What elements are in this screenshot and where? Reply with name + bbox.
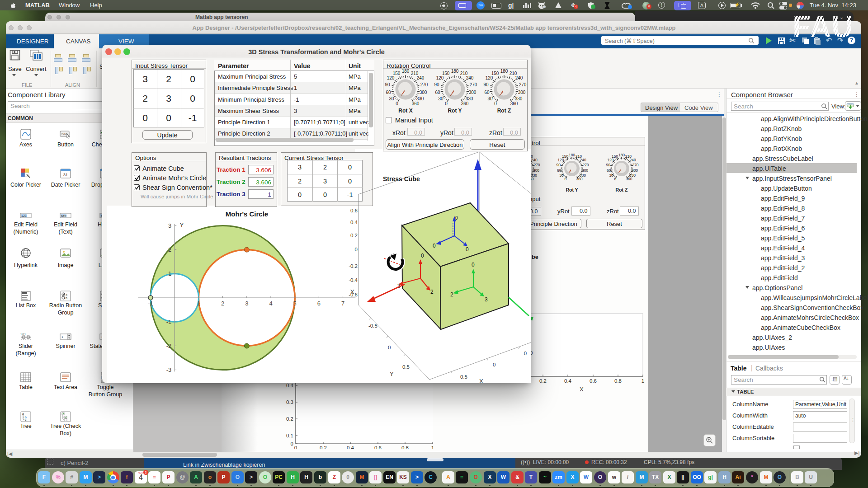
svg-text:0: 0 [445,101,448,106]
svg-text:0.1: 0.1 [286,433,293,438]
svg-text:b: b [66,296,67,300]
svg-text:3: 3 [168,222,171,229]
svg-text:360: 360 [576,177,582,181]
svg-text:30: 30 [609,173,613,178]
svg-text:30: 30 [559,173,564,178]
svg-text:0: 0 [396,101,398,106]
svg-text:1: 1 [431,445,434,449]
svg-text:150: 150 [562,154,568,159]
svg-text:0: 0 [614,177,617,181]
svg-text:1: 1 [168,270,171,277]
svg-text:120: 120 [436,75,444,80]
svg-text:120: 120 [486,75,493,80]
svg-text:1: 1 [61,335,63,338]
svg-text:0.2: 0.2 [320,445,327,449]
svg-text:90: 90 [483,82,489,87]
svg-text:270: 270 [632,163,638,167]
svg-text:-0: -0 [522,351,527,356]
svg-text:270: 270 [582,163,589,167]
svg-text:90: 90 [385,82,390,87]
svg-text:a: a [66,293,67,296]
svg-text:4: 4 [269,300,272,307]
svg-text:0.2: 0.2 [286,416,293,422]
svg-text:Y: Y [179,221,184,229]
svg-text:-1: -1 [148,300,153,307]
svg-text:-0.4: -0.4 [349,277,358,283]
svg-text:150: 150 [612,154,618,159]
svg-text:180: 180 [500,69,508,74]
svg-text:120: 120 [387,75,395,80]
svg-text:1'0'1: 1'0'1 [20,333,26,336]
svg-text:0: 0 [494,101,497,106]
svg-text:X: X [479,378,483,383]
svg-text:6: 6 [317,300,321,307]
svg-text:330: 330 [466,96,473,101]
svg-text:330: 330 [416,96,424,101]
svg-text:-0.2: -0.2 [349,263,358,269]
svg-text:0.5: 0.5 [460,374,467,380]
svg-text:360: 360 [626,177,632,181]
svg-text:0.8: 0.8 [614,378,622,384]
svg-text:180: 180 [618,153,625,157]
svg-text:300: 300 [632,168,638,173]
svg-text:240: 240 [580,158,586,162]
svg-text:360: 360 [510,101,518,106]
svg-text:150: 150 [442,71,450,76]
svg-text:90: 90 [556,163,561,167]
svg-text:30: 30 [438,96,443,101]
svg-text:5: 5 [293,300,297,307]
svg-text:-2: -2 [166,343,172,349]
svg-text:Y: Y [390,371,394,377]
svg-text:90: 90 [606,163,610,167]
svg-text:0: 0 [466,246,469,253]
svg-text:300: 300 [533,168,539,173]
svg-text:330: 330 [515,96,523,101]
svg-text:0.6: 0.6 [590,378,597,384]
svg-text:180: 180 [451,69,459,74]
svg-text:0.5: 0.5 [402,364,410,370]
svg-text:-0.5: -0.5 [368,323,377,328]
svg-text:0.6: 0.6 [350,208,358,213]
svg-text:2: 2 [430,289,434,295]
svg-text:STR: STR [61,215,67,217]
svg-text:Stress Cube: Stress Cube [383,175,420,183]
svg-text:0: 0 [433,243,436,249]
svg-text:0.8: 0.8 [401,445,409,449]
svg-text:3: 3 [485,296,488,303]
svg-text:2: 2 [450,291,453,298]
svg-text:150: 150 [393,71,401,76]
svg-text:Mohr's Circle: Mohr's Circle [226,210,268,218]
svg-text:3: 3 [245,300,248,307]
svg-text:0: 0 [388,345,391,350]
svg-text:90: 90 [434,82,439,87]
svg-text:2: 2 [168,246,171,253]
svg-text:0.4: 0.4 [564,378,572,384]
svg-text:240: 240 [466,75,474,80]
svg-text:300: 300 [582,168,588,173]
svg-text:60: 60 [607,168,611,173]
svg-text:0: 0 [472,262,475,268]
svg-text:0: 0 [455,216,458,221]
svg-text:X: X [580,386,584,393]
svg-text:-0.6: -0.6 [349,292,358,297]
svg-text:0.4: 0.4 [350,220,358,225]
svg-text:30: 30 [389,96,394,101]
svg-text:0: 0 [291,441,293,446]
svg-text:150: 150 [491,71,499,76]
svg-text:1: 1 [642,378,644,384]
svg-text:123: 123 [21,214,27,217]
svg-text:2: 2 [221,300,224,307]
svg-text:240: 240 [531,158,538,162]
svg-text:360: 360 [412,101,420,106]
svg-text:0.3: 0.3 [286,399,293,405]
svg-text:0.6: 0.6 [374,445,382,449]
svg-text:300: 300 [518,90,526,95]
svg-text:31: 31 [63,173,68,177]
svg-text:PUSH: PUSH [61,132,67,135]
svg-text:30: 30 [487,96,493,101]
svg-text:60: 60 [386,90,391,95]
svg-text:0: 0 [565,177,567,181]
svg-text:270: 270 [533,163,540,167]
svg-text:240: 240 [417,75,425,80]
svg-text:0.4: 0.4 [347,445,354,449]
